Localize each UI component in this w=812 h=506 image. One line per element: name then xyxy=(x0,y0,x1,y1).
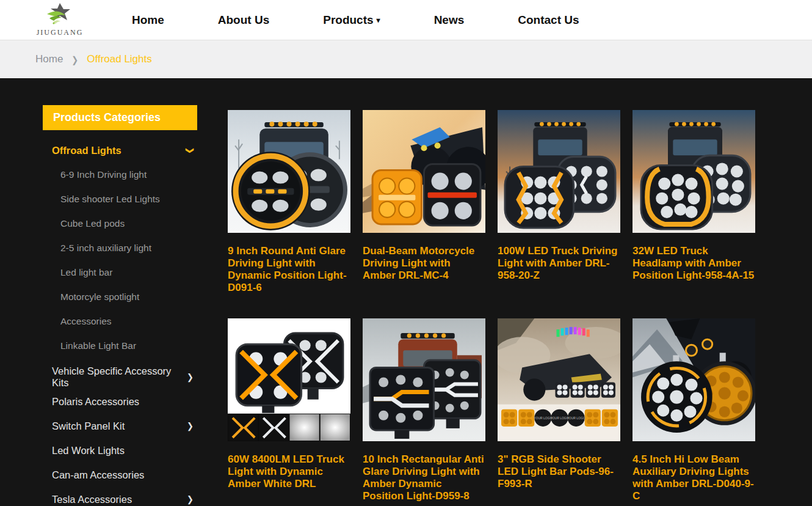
breadcrumb-separator-icon: ❯ xyxy=(71,54,78,64)
sidebar-item-accessories[interactable]: Accessories xyxy=(43,309,197,334)
sidebar-item-6-9-inch-driving-light[interactable]: 6-9 Inch Driving light xyxy=(43,163,197,187)
product-card: 60W 8400LM LED Truck Light with Dynamic … xyxy=(228,318,350,506)
product-title[interactable]: 100W LED Truck Driving Light with Amber … xyxy=(498,245,620,282)
top-header: JIUGUANG Home About Us Products▾ News Co… xyxy=(0,0,812,40)
breadcrumb-current: Offroad Lights xyxy=(87,53,151,65)
category-list: Offroad Lights ❯ 6-9 Inch Driving light … xyxy=(43,138,197,506)
main-content: Products Categories Offroad Lights ❯ 6-9… xyxy=(0,78,812,506)
svg-text:YOUR LOGO: YOUR LOGO xyxy=(550,416,568,420)
chevron-down-icon: ❯ xyxy=(186,147,195,154)
svg-text:YOUR LOGO: YOUR LOGO xyxy=(567,416,585,420)
brand-logo[interactable]: JIUGUANG xyxy=(35,3,84,37)
product-image[interactable] xyxy=(363,110,485,233)
sidebar-title: Products Categories xyxy=(43,105,197,130)
breadcrumb: Home ❯ Offroad Lights xyxy=(0,40,812,78)
sidebar-item-vehicle-specific-accessory-kits[interactable]: Vehicle Specific Accessory Kits ❯ xyxy=(43,365,197,389)
product-title[interactable]: 10 Inch Rectangular Anti Glare Driving L… xyxy=(363,453,485,502)
sidebar-spacer xyxy=(43,358,197,365)
products-categories-sidebar: Products Categories Offroad Lights ❯ 6-9… xyxy=(43,105,197,506)
sidebar-item-offroad-lights[interactable]: Offroad Lights ❯ xyxy=(43,138,197,163)
sidebar-item-can-am-accessories[interactable]: Can-am Accessories xyxy=(43,463,197,487)
breadcrumb-home-link[interactable]: Home xyxy=(35,53,63,65)
product-title[interactable]: 3" RGB Side Shooter LED Light Bar Pods-9… xyxy=(498,453,620,490)
product-image[interactable] xyxy=(633,318,755,441)
sidebar-item-tesla-accessories[interactable]: Tesla Accessories ❯ xyxy=(43,487,197,506)
product-card: 4.5 Inch Hi Low Beam Auxiliary Driving L… xyxy=(633,318,755,506)
product-title[interactable]: 4.5 Inch Hi Low Beam Auxiliary Driving L… xyxy=(633,453,755,502)
product-card: 10 Inch Rectangular Anti Glare Driving L… xyxy=(363,318,485,506)
product-card: YOUR LOGO YOUR LOGO YOUR LOGO 3" RGB Sid… xyxy=(498,318,620,506)
product-image[interactable] xyxy=(228,318,350,441)
sidebar-item-led-light-bar[interactable]: Led light bar xyxy=(43,260,197,285)
chevron-right-icon: ❯ xyxy=(187,421,194,431)
nav-news[interactable]: News xyxy=(434,13,465,27)
sidebar-item-motorcycle-spotlight[interactable]: Motorcyle spotlight xyxy=(43,285,197,309)
chevron-down-icon: ▾ xyxy=(377,16,380,24)
star-leaf-logo-icon xyxy=(41,3,79,28)
product-image[interactable] xyxy=(633,110,755,233)
nav-about-us[interactable]: About Us xyxy=(218,13,269,27)
product-title[interactable]: 32W LED Truck Headlamp with Amber Positi… xyxy=(633,245,755,282)
nav-home[interactable]: Home xyxy=(132,13,164,27)
product-grid: 9 Inch Round Anti Glare Driving Light wi… xyxy=(228,110,755,506)
main-nav: Home About Us Products▾ News Contact Us xyxy=(132,13,579,27)
product-card: 9 Inch Round Anti Glare Driving Light wi… xyxy=(228,110,350,318)
product-image[interactable] xyxy=(228,110,350,233)
product-title[interactable]: 9 Inch Round Anti Glare Driving Light wi… xyxy=(228,245,350,294)
sidebar-item-switch-panel-kit[interactable]: Switch Panel Kit ❯ xyxy=(43,414,197,438)
product-card: 32W LED Truck Headlamp with Amber Positi… xyxy=(633,110,755,318)
product-title[interactable]: Dual-Beam Motorcycle Driving Light with … xyxy=(363,245,485,282)
nav-products[interactable]: Products▾ xyxy=(323,13,380,27)
sidebar-item-polaris-accessories[interactable]: Polaris Accessories xyxy=(43,389,197,414)
sidebar-item-side-shooter-led-lights[interactable]: Side shooter Led Lights xyxy=(43,187,197,211)
sidebar-item-led-work-lights[interactable]: Led Work Lights xyxy=(43,438,197,463)
chevron-right-icon: ❯ xyxy=(187,494,194,505)
svg-text:YOUR LOGO: YOUR LOGO xyxy=(534,416,552,420)
brand-name: JIUGUANG xyxy=(37,28,84,37)
sidebar-item-cube-led-pods[interactable]: Cube Led pods xyxy=(43,211,197,236)
product-image[interactable] xyxy=(363,318,485,441)
product-image[interactable] xyxy=(498,110,620,233)
product-card: Dual-Beam Motorcycle Driving Light with … xyxy=(363,110,485,318)
chevron-right-icon: ❯ xyxy=(187,372,194,383)
product-card: 100W LED Truck Driving Light with Amber … xyxy=(498,110,620,318)
sidebar-item-2-5-inch-auxiliary-light[interactable]: 2-5 inch auxiliary light xyxy=(43,236,197,260)
product-title[interactable]: 60W 8400LM LED Truck Light with Dynamic … xyxy=(228,453,350,490)
nav-contact-us[interactable]: Contact Us xyxy=(518,13,579,27)
sidebar-item-linkable-light-bar[interactable]: Linkable Light Bar xyxy=(43,334,197,358)
product-image[interactable]: YOUR LOGO YOUR LOGO YOUR LOGO xyxy=(498,318,620,441)
